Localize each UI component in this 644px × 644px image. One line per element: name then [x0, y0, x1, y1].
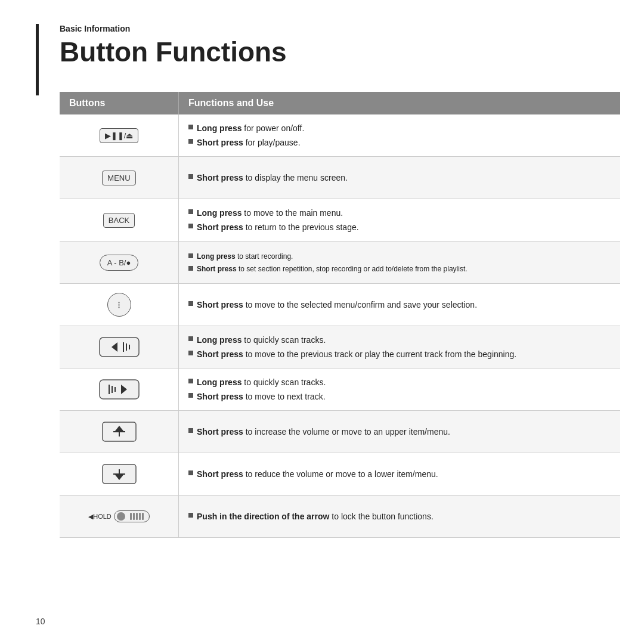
table-row: ⁝ Short press to move to the selected me… — [60, 284, 620, 326]
function-prev: Long press to quickly scan tracks. Short… — [179, 326, 620, 368]
func-item: Short press to return to the previous st… — [188, 221, 611, 234]
func-item: Long press to quickly scan tracks. — [188, 334, 611, 346]
bullet-icon — [188, 393, 193, 398]
bullet-icon — [188, 253, 193, 258]
func-item: Push in the direction of the arrow to lo… — [188, 510, 611, 523]
bullet-icon — [188, 470, 193, 475]
svg-rect-5 — [100, 380, 139, 399]
section-label: Basic Information — [60, 24, 608, 33]
function-back: Long press to move to the main menu. Sho… — [179, 199, 620, 241]
function-next: Long press to quickly scan tracks. Short… — [179, 369, 620, 410]
table-header: Buttons Functions and Use — [60, 92, 620, 114]
bullet-icon — [188, 336, 193, 341]
func-item: Short press to move to the selected menu… — [188, 299, 611, 311]
confirm-icon: ⁝ — [107, 293, 131, 317]
hold-line — [142, 513, 144, 520]
play-power-icon: ▶❚❚/⏏ — [100, 128, 139, 143]
func-item: Short press to increase the volume or mo… — [188, 426, 611, 438]
bullet-icon — [188, 428, 193, 433]
hold-knob — [117, 512, 125, 521]
hold-line — [130, 513, 132, 520]
func-text: Long press to quickly scan tracks. — [197, 334, 326, 346]
table-row: ▶❚❚/⏏ Long press for power on/off. Short… — [60, 114, 620, 157]
header-section: Basic Information Button Functions — [48, 24, 608, 68]
col-functions-header: Functions and Use — [179, 92, 620, 114]
hold-icon: ◀HOLD — [88, 510, 150, 522]
button-back: BACK — [60, 199, 179, 241]
function-menu: Short press to display the menu screen. — [179, 157, 620, 199]
button-confirm: ⁝ — [60, 284, 179, 326]
hold-line — [139, 513, 141, 520]
bullet-icon — [188, 513, 193, 518]
back-icon: BACK — [103, 213, 135, 228]
bullet-icon — [188, 174, 193, 179]
page: Basic Information Button Functions Butto… — [0, 0, 644, 644]
hold-slider — [114, 510, 150, 522]
func-text: Short press to reduce the volume or move… — [197, 468, 438, 481]
func-text: Short press to move to the previous trac… — [197, 348, 516, 361]
menu-icon: MENU — [102, 171, 135, 185]
button-next — [60, 369, 179, 410]
bullet-icon — [188, 209, 193, 214]
bullet-icon — [188, 379, 193, 383]
vol-down-icon — [101, 463, 137, 485]
table-row: A - B/● Long press to start recording. S… — [60, 242, 620, 284]
func-item: Short press to display the menu screen. — [188, 172, 611, 184]
next-track-icon — [98, 379, 140, 400]
func-item: Short press to move to next track. — [188, 391, 611, 403]
func-text: Long press to start recording. — [197, 251, 293, 262]
bullet-icon — [188, 224, 193, 228]
bullet-icon — [188, 301, 193, 306]
func-text: Short press for play/pause. — [197, 137, 301, 149]
func-text: Short press to return to the previous st… — [197, 221, 359, 234]
func-text: Short press to set section repetition, s… — [197, 264, 467, 274]
bullet-icon — [188, 351, 193, 355]
hold-lines — [130, 513, 144, 520]
bullet-icon — [188, 125, 193, 129]
function-hold: Push in the direction of the arrow to lo… — [179, 496, 620, 537]
func-text: Push in the direction of the arrow to lo… — [197, 510, 434, 523]
function-vol-up: Short press to increase the volume or mo… — [179, 411, 620, 453]
left-border-bar — [36, 24, 39, 95]
button-ab-record: A - B/● — [60, 242, 179, 283]
func-text: Short press to increase the volume or mo… — [197, 426, 450, 438]
table-row: MENU Short press to display the menu scr… — [60, 157, 620, 199]
button-vol-up — [60, 411, 179, 453]
func-item: Short press to set section repetition, s… — [188, 264, 611, 274]
table-row: Long press to quickly scan tracks. Short… — [60, 369, 620, 411]
button-functions-table: Buttons Functions and Use ▶❚❚/⏏ Long pre… — [60, 92, 620, 538]
button-menu: MENU — [60, 157, 179, 199]
func-text: Short press to move to the selected menu… — [197, 299, 477, 311]
table-row: Short press to reduce the volume or move… — [60, 453, 620, 496]
button-hold: ◀HOLD — [60, 496, 179, 537]
func-text: Short press to display the menu screen. — [197, 172, 348, 184]
func-text: Long press to move to the main menu. — [197, 207, 343, 219]
ab-record-icon: A - B/● — [100, 255, 139, 271]
col-buttons-header: Buttons — [60, 92, 179, 114]
page-number: 10 — [36, 617, 45, 626]
func-item: Short press to reduce the volume or move… — [188, 468, 611, 481]
table-row: BACK Long press to move to the main menu… — [60, 199, 620, 242]
button-prev — [60, 326, 179, 368]
hold-line — [133, 513, 135, 520]
svg-rect-0 — [100, 338, 139, 357]
func-item: Short press to move to the previous trac… — [188, 348, 611, 361]
func-item: Short press for play/pause. — [188, 137, 611, 149]
func-item: Long press to start recording. — [188, 251, 611, 262]
function-vol-down: Short press to reduce the volume or move… — [179, 453, 620, 495]
function-confirm: Short press to move to the selected menu… — [179, 284, 620, 326]
table-row: ◀HOLD Push — [60, 496, 620, 538]
table-row: Long press to quickly scan tracks. Short… — [60, 326, 620, 369]
page-title: Button Functions — [60, 36, 608, 68]
bullet-icon — [188, 139, 193, 144]
button-play-power: ▶❚❚/⏏ — [60, 114, 179, 156]
prev-track-icon — [98, 336, 140, 358]
func-item: Long press to quickly scan tracks. — [188, 376, 611, 389]
function-ab-record: Long press to start recording. Short pre… — [179, 242, 620, 283]
hold-line — [136, 513, 138, 520]
func-item: Long press to move to the main menu. — [188, 207, 611, 219]
button-vol-down — [60, 453, 179, 495]
function-play-power: Long press for power on/off. Short press… — [179, 114, 620, 156]
func-text: Long press to quickly scan tracks. — [197, 376, 326, 389]
func-text: Long press for power on/off. — [197, 122, 304, 135]
